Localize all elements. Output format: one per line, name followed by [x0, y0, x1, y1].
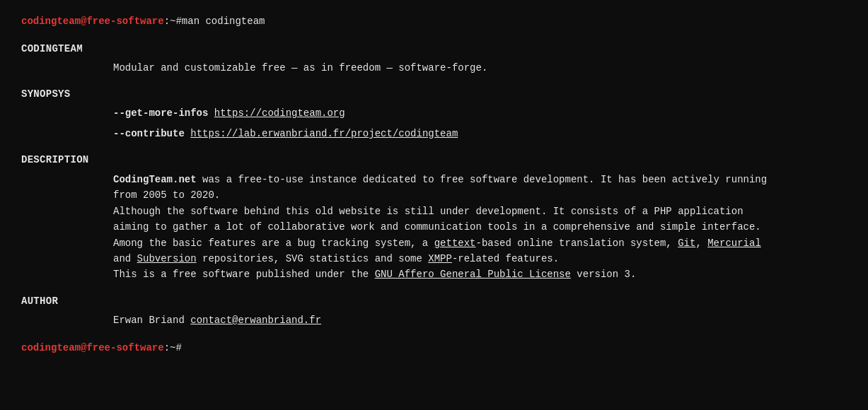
bottom-prompt-separator: :~#	[164, 341, 182, 356]
bottom-prompt-user: codingteam@free-software	[21, 341, 164, 356]
gettext-link[interactable]: gettext	[434, 238, 476, 249]
synopsys-option1-label: --get-more-infos	[113, 107, 208, 119]
synopsys-option2-line: --contribute https://lab.erwanbriand.fr/…	[113, 127, 847, 141]
prompt-user: codingteam@free-software	[21, 14, 164, 29]
prompt-line: codingteam@free-software :~# man codingt…	[21, 14, 847, 29]
gnu-affero-link[interactable]: GNU Affero General Public License	[375, 269, 571, 280]
description-bold-name: CodingTeam.net	[113, 174, 197, 185]
description-line1-rest: was a free-to-use instance dedicated to …	[197, 174, 768, 185]
description-line5-link1-rest: -based online translation system,	[476, 238, 678, 249]
description-line6-rest2: -related features.	[452, 253, 559, 264]
author-email[interactable]: contact@erwanbriand.fr	[190, 315, 321, 326]
description-line6-pre: and	[113, 253, 137, 264]
section-content-synopsys: --get-more-infos https://codingteam.org …	[21, 106, 847, 141]
author-name: Erwan Briand	[113, 315, 185, 326]
section-content-author: Erwan Briand contact@erwanbriand.fr	[21, 313, 847, 328]
git-link[interactable]: Git	[678, 238, 695, 249]
codingteam-description: Modular and customizable free — as in fr…	[113, 62, 487, 74]
xmpp-link[interactable]: XMPP	[428, 253, 452, 264]
section-header-description: DESCRIPTION	[21, 153, 847, 168]
section-codingteam: CODINGTEAM Modular and customizable free…	[21, 42, 847, 76]
description-line6-rest: repositories, SVG statistics and some	[197, 253, 429, 264]
prompt-separator: :~#	[164, 14, 182, 29]
synopsys-option2-label: --contribute	[113, 128, 185, 139]
description-line7-pre: This is a free software published under …	[113, 269, 375, 280]
section-content-codingteam: Modular and customizable free — as in fr…	[21, 61, 847, 76]
section-author: AUTHOR Erwan Briand contact@erwanbriand.…	[21, 294, 847, 328]
synopsys-option1-line: --get-more-infos https://codingteam.org	[113, 106, 847, 121]
description-line3: Although the software behind this old we…	[113, 206, 743, 217]
description-line7-rest: version 3.	[571, 269, 636, 280]
synopsys-option2-url[interactable]: https://lab.erwanbriand.fr/project/codin…	[190, 128, 458, 139]
mercurial-link[interactable]: Mercurial	[707, 238, 761, 249]
description-line4: aiming to gather a lot of collaborative …	[113, 221, 761, 233]
section-header-author: AUTHOR	[21, 294, 847, 309]
section-header-codingteam: CODINGTEAM	[21, 42, 847, 57]
description-line5-pre: Among the basic features are a bug track…	[113, 238, 434, 249]
synopsys-option1-url[interactable]: https://codingteam.org	[214, 107, 345, 119]
section-description: DESCRIPTION CodingTeam.net was a free-to…	[21, 153, 847, 283]
subversion-link[interactable]: Subversion	[137, 253, 197, 264]
bottom-prompt-line: codingteam@free-software :~#	[21, 341, 847, 356]
prompt-command: man codingteam	[182, 14, 265, 29]
description-line5-sep: ,	[695, 238, 707, 249]
section-synopsys: SYNOPSYS --get-more-infos https://coding…	[21, 87, 847, 141]
description-line2: from 2005 to 2020.	[113, 189, 220, 201]
section-header-synopsys: SYNOPSYS	[21, 87, 847, 102]
section-content-description: CodingTeam.net was a free-to-use instanc…	[21, 172, 847, 283]
